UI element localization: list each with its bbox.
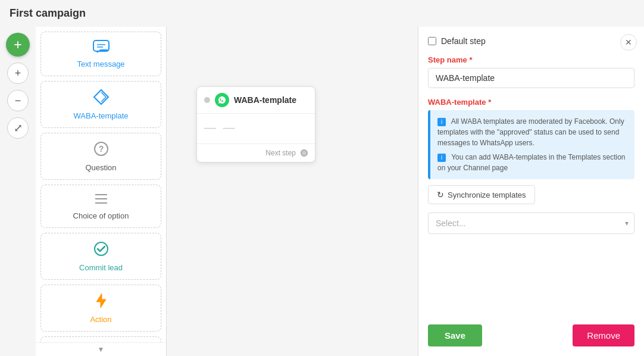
add-button[interactable]: + bbox=[6, 33, 30, 57]
waba-template-icon bbox=[46, 89, 156, 109]
sync-templates-button[interactable]: ↻ Synchronize templates bbox=[428, 185, 535, 204]
commit-lead-icon bbox=[46, 241, 156, 261]
waba-template-label: WABA-template bbox=[46, 111, 156, 120]
component-commit-lead[interactable]: Commit lead bbox=[40, 233, 161, 280]
components-sidebar: Text message WABA-template bbox=[36, 27, 167, 356]
question-label: Question bbox=[46, 163, 156, 172]
info-icon-2: i bbox=[437, 154, 446, 162]
zoom-out-button[interactable]: − bbox=[7, 90, 29, 111]
node-dots: — — bbox=[204, 121, 308, 135]
component-question[interactable]: ? Question bbox=[40, 133, 161, 180]
step-name-field-label: Step name * bbox=[428, 55, 634, 64]
waba-template-field-label: WABA-template * bbox=[428, 98, 634, 107]
choice-label: Choice of option bbox=[46, 211, 156, 220]
action-buttons: Save Remove bbox=[428, 324, 634, 346]
template-select[interactable]: Select... bbox=[428, 213, 634, 234]
left-toolbar: + + − ⤢ bbox=[0, 27, 36, 356]
info-icon-1: i bbox=[437, 118, 446, 126]
action-label: Action bbox=[46, 315, 156, 324]
component-action[interactable]: Action bbox=[40, 285, 161, 332]
component-choice[interactable]: Choice of option bbox=[40, 185, 161, 228]
node-title: WABA-template bbox=[234, 95, 296, 105]
page-title: First campaign bbox=[0, 0, 644, 27]
waba-node[interactable]: WABA-template — — Next step bbox=[196, 86, 315, 163]
sidebar-scroll[interactable]: Text message WABA-template bbox=[36, 27, 166, 342]
canvas[interactable]: WABA-template — — Next step bbox=[167, 27, 418, 356]
sync-icon: ↻ bbox=[437, 190, 444, 199]
whatsapp-icon bbox=[215, 93, 229, 107]
save-button[interactable]: Save bbox=[428, 324, 482, 346]
svg-point-8 bbox=[95, 242, 108, 255]
close-button[interactable]: ✕ bbox=[620, 34, 637, 51]
info-box: i All WABA templates are moderated by Fa… bbox=[428, 110, 634, 179]
remove-button[interactable]: Remove bbox=[573, 324, 634, 346]
component-smart-delay[interactable]: Smart delay bbox=[40, 336, 161, 342]
text-message-label: Text message bbox=[46, 60, 156, 68]
component-text-message[interactable]: Text message bbox=[40, 32, 161, 76]
step-name-input[interactable] bbox=[428, 68, 634, 88]
right-panel: ✕ Default step Step name * WABA-template… bbox=[418, 27, 644, 356]
connector-dot[interactable] bbox=[301, 149, 308, 157]
text-message-icon bbox=[46, 39, 156, 57]
sync-label: Synchronize templates bbox=[448, 191, 526, 199]
scroll-down-arrow[interactable]: ▼ bbox=[36, 342, 166, 356]
fit-screen-button[interactable]: ⤢ bbox=[7, 117, 29, 139]
waba-node-header: WABA-template bbox=[197, 87, 315, 114]
question-icon: ? bbox=[46, 140, 156, 161]
component-waba-template[interactable]: WABA-template bbox=[40, 81, 161, 128]
svg-text:?: ? bbox=[98, 144, 104, 154]
app-container: First campaign + + − ⤢ bbox=[0, 0, 644, 356]
choice-icon bbox=[46, 192, 156, 209]
commit-lead-label: Commit lead bbox=[46, 263, 156, 272]
node-status-dot bbox=[204, 97, 210, 103]
zoom-in-button[interactable]: + bbox=[7, 63, 29, 84]
default-step-label: Default step bbox=[441, 36, 486, 46]
action-icon bbox=[46, 292, 156, 313]
content-area: + + − ⤢ bbox=[0, 27, 644, 356]
node-footer: Next step bbox=[197, 143, 315, 162]
default-step-checkbox[interactable] bbox=[428, 37, 436, 45]
next-step-label: Next step bbox=[265, 149, 296, 157]
default-step-row: Default step bbox=[428, 36, 634, 46]
template-select-wrapper: Select... ▾ bbox=[428, 213, 634, 234]
node-body: — — bbox=[197, 114, 315, 143]
